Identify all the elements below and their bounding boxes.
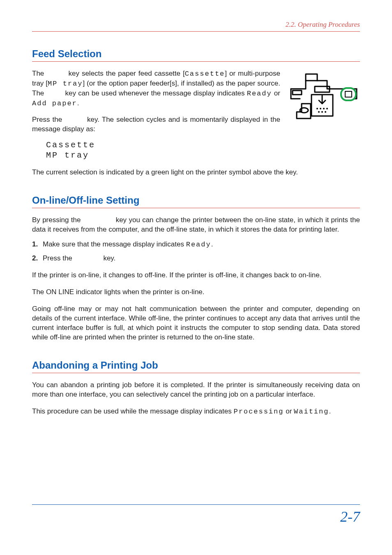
footer-rule <box>32 504 360 505</box>
svg-point-7 <box>318 111 320 113</box>
code-ready: Ready <box>186 241 211 248</box>
code-mptray: MP tray <box>48 80 83 88</box>
text: . <box>77 99 79 107</box>
text: Make sure that the message display indic… <box>43 240 186 248</box>
text: The <box>32 70 46 77</box>
text: By pressing the <box>32 216 83 224</box>
svg-rect-0 <box>293 91 302 95</box>
text: . <box>329 407 331 415</box>
heading-online-offline: On-line/Off-line Setting <box>32 195 360 208</box>
page-number: 2-7 <box>340 508 360 525</box>
heading-abandon-job: Abandoning a Printing Job <box>32 360 360 373</box>
text: This procedure can be used while the mes… <box>32 407 233 415</box>
text: key. <box>101 254 116 262</box>
svg-point-4 <box>320 108 321 109</box>
online-intro: By pressing the key you can change the p… <box>32 216 360 235</box>
online-buffer-text: Going off-line may or may not halt commu… <box>32 304 360 342</box>
heading-feed-selection: Feed Selection <box>32 48 360 62</box>
svg-point-3 <box>316 108 318 109</box>
svg-point-9 <box>325 111 326 113</box>
text: or <box>284 407 294 415</box>
text: Press the <box>32 116 65 123</box>
feed-intro-block: The key selects the paper feed cassette … <box>32 69 280 134</box>
code-addpaper: Add paper <box>32 100 77 107</box>
printer-diagram-icon <box>288 69 360 124</box>
cycle-display: Cassette MP tray <box>46 140 360 160</box>
text: key can be used whenever the message dis… <box>63 89 247 97</box>
svg-point-5 <box>323 108 325 109</box>
abandon-intro: You can abandon a printing job before it… <box>32 381 360 399</box>
step-1: Make sure that the message display indic… <box>32 240 360 250</box>
online-steps: Make sure that the message display indic… <box>32 240 360 263</box>
text: or <box>272 89 280 97</box>
text: key. The selection cycles and is momenta… <box>32 116 280 133</box>
text: . <box>211 240 213 248</box>
code-ready: Ready <box>247 90 272 98</box>
online-indicator-text: The ON LINE indicator lights when the pr… <box>32 288 360 297</box>
step-2: Press the key. <box>32 254 360 263</box>
text: Press the <box>43 254 74 262</box>
online-toggle-text: If the printer is on-line, it changes to… <box>32 271 360 280</box>
abandon-when: This procedure can be used while the mes… <box>32 407 360 417</box>
feed-greenlight-text: The current selection is indicated by a … <box>32 168 360 177</box>
svg-point-6 <box>326 108 328 109</box>
code-processing: Processing <box>233 408 284 416</box>
header-rule <box>32 31 360 32</box>
code-waiting: Waiting <box>294 408 329 416</box>
code-cassette: Cassette <box>185 70 225 78</box>
text: key selects the paper feed cassette [ <box>66 70 185 77</box>
svg-point-8 <box>321 111 323 113</box>
running-header: 2.2. Operating Procedures <box>32 21 360 29</box>
